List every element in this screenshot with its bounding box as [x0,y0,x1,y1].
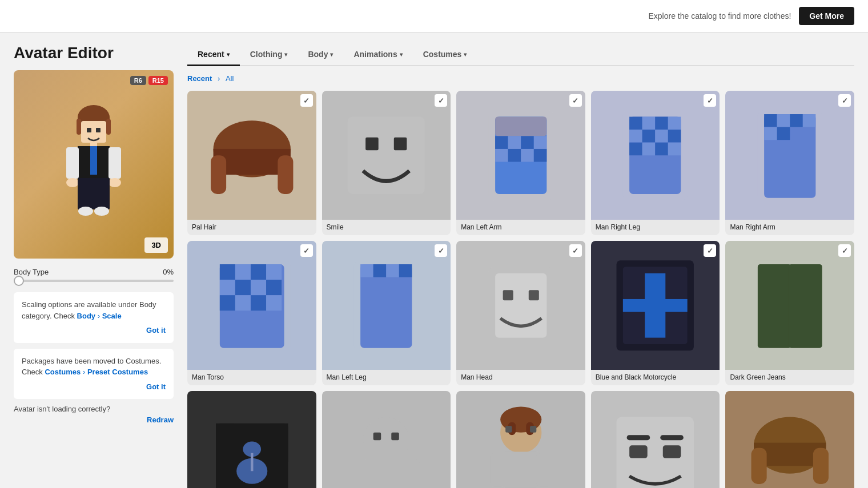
breadcrumb: Recent › All [187,74,854,83]
svg-point-15 [108,178,121,187]
svg-point-19 [78,207,93,216]
redraw-section: Avatar isn't loading correctly? Redraw [14,405,174,424]
item-card-guitar-tee-black[interactable]: Guitar Tee with Black [187,391,316,488]
item-card-roblox-boy[interactable]: ROBLOX Boy [322,391,451,488]
item-label-man-right-arm: Man Right Arm [725,220,854,236]
svg-rect-47 [656,130,669,143]
tab-body[interactable]: Body ▾ [298,44,343,66]
svg-point-14 [66,178,79,187]
svg-rect-46 [642,130,656,143]
svg-rect-10 [78,146,90,180]
item-card-man-right-leg[interactable]: ✓Man Right Leg [591,91,720,235]
avatar-figure [48,96,139,233]
info-box-packages: Packages have been moved to Costumes. Ch… [14,349,174,400]
svg-point-20 [94,207,109,216]
avatar-badges: R6 R15 [130,76,168,85]
item-image-pal-hair: ✓ [187,91,316,220]
item-card-pal-hair[interactable]: ✓Pal Hair [187,91,316,235]
svg-rect-37 [521,149,534,162]
svg-rect-5 [87,128,91,132]
svg-rect-116 [627,435,650,440]
svg-rect-88 [623,299,688,312]
item-label-man-right-leg: Man Right Leg [591,220,720,236]
svg-rect-26 [365,137,379,150]
svg-rect-41 [629,116,642,130]
item-card-man-right-arm[interactable]: ✓Man Right Arm [725,91,854,235]
svg-rect-112 [536,453,552,487]
item-check-blue-black-motorcycle: ✓ [704,244,716,257]
item-card-blue-black-motorcycle[interactable]: ✓Blue and Black Motorcycle [591,241,720,385]
svg-rect-110 [503,451,539,487]
svg-rect-33 [521,136,534,149]
item-card-man[interactable]: Man [456,391,585,488]
svg-rect-78 [373,264,387,277]
svg-rect-71 [219,295,235,310]
body-type-slider[interactable] [14,280,174,282]
svg-rect-68 [235,280,250,295]
item-image-guitar-tee-black [187,391,316,488]
breadcrumb-recent[interactable]: Recent [187,74,212,83]
svg-rect-49 [629,142,642,155]
tab-clothing[interactable]: Clothing ▾ [240,44,298,66]
svg-rect-51 [656,142,669,155]
badge-r15: R15 [148,76,168,85]
tab-recent[interactable]: Recent ▾ [187,44,240,66]
slider-thumb[interactable] [14,276,24,286]
svg-rect-115 [617,417,694,488]
item-label-smile: Smile [322,220,451,236]
preset-costumes-link[interactable]: Preset Costumes [87,368,148,376]
svg-rect-27 [394,137,407,150]
svg-rect-24 [278,155,293,194]
svg-rect-36 [508,149,521,162]
right-panel: Recent ▾ Clothing ▾ Body ▾ Animations ▾ … [187,44,854,488]
svg-rect-117 [661,435,684,440]
top-bar: Explore the catalog to find more clothes… [0,0,868,33]
item-card-man-torso[interactable]: ✓Man Torso [187,241,316,385]
tab-costumes-arrow: ▾ [464,51,467,58]
item-card-man-head[interactable]: ✓Man Head [456,241,585,385]
item-card-smile[interactable]: ✓Smile [322,91,451,235]
badge-r6: R6 [130,76,146,85]
svg-rect-74 [266,295,282,310]
tabs-bar: Recent ▾ Clothing ▾ Body ▾ Animations ▾ … [187,44,854,66]
item-card-brown-hair[interactable]: Brown Hair [725,391,854,488]
item-card-dark-green-jeans[interactable]: ✓Dark Green Jeans [725,241,854,385]
redraw-link[interactable]: Redraw [14,416,174,424]
get-more-button[interactable]: Get More [799,7,854,25]
svg-rect-12 [66,147,79,179]
item-card-man-left-leg[interactable]: ✓Man Left Leg [322,241,451,385]
svg-rect-72 [235,295,250,310]
tab-costumes[interactable]: Costumes ▾ [413,44,477,66]
svg-rect-3 [106,119,111,135]
item-card-man-left-arm[interactable]: ✓Man Left Arm [456,91,585,235]
svg-rect-77 [360,264,373,277]
svg-rect-101 [404,459,420,488]
item-label-man-head: Man Head [456,370,585,386]
svg-rect-104 [373,433,381,441]
svg-point-98 [363,417,409,463]
got-it-packages[interactable]: Got it [22,381,166,393]
view-3d-button[interactable]: 3D [144,237,168,253]
svg-rect-83 [503,290,513,300]
item-check-dark-green-jeans: ✓ [838,244,851,257]
item-check-man-left-leg: ✓ [435,244,447,257]
svg-rect-63 [219,264,235,280]
svg-rect-122 [752,448,767,484]
item-card-man-face[interactable]: Man Face [591,391,720,488]
body-link[interactable]: Body [77,312,96,320]
item-check-man-right-leg: ✓ [704,94,716,107]
tab-animations[interactable]: Animations ▾ [343,44,412,66]
svg-rect-84 [529,290,539,300]
svg-rect-30 [495,116,546,136]
item-check-man-left-arm: ✓ [569,94,582,107]
item-image-brown-hair [725,391,854,488]
svg-rect-32 [508,136,521,149]
got-it-scaling[interactable]: Got it [22,325,166,336]
svg-rect-34 [534,136,547,149]
svg-rect-94 [270,424,288,462]
costumes-link[interactable]: Costumes [45,368,81,376]
scale-link[interactable]: Scale [102,312,122,320]
svg-rect-80 [399,264,412,277]
svg-rect-38 [534,149,547,162]
svg-rect-105 [391,433,399,441]
